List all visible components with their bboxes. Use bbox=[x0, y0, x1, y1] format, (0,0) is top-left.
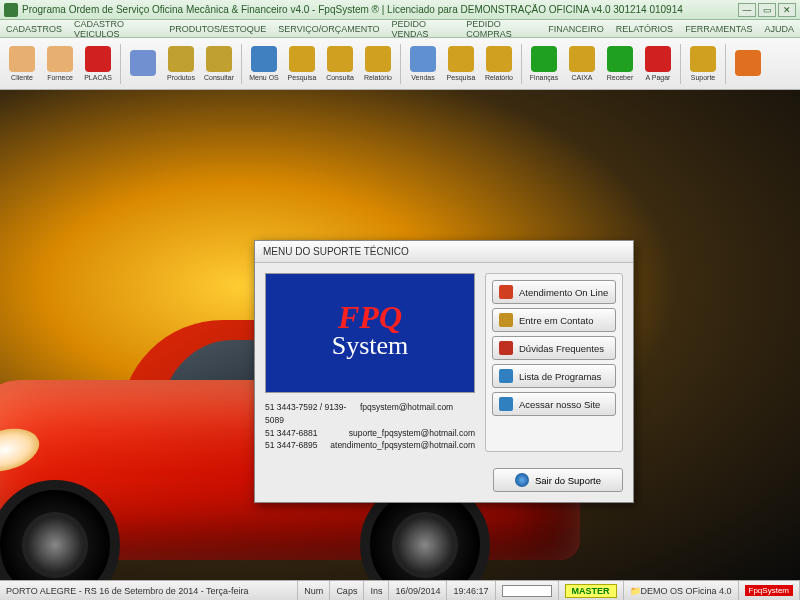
menu-pedido-compras[interactable]: PEDIDO COMPRAS bbox=[466, 19, 536, 39]
tool-icon bbox=[289, 46, 315, 72]
status-caps: Caps bbox=[330, 581, 364, 600]
contact-phone: 51 3443-7592 / 9139-5089 bbox=[265, 401, 360, 427]
tool-fornece[interactable]: Fornece bbox=[42, 41, 78, 87]
support-btn-label: Atendimento On Line bbox=[519, 287, 608, 298]
maximize-button[interactable]: ▭ bbox=[758, 3, 776, 17]
support-button-panel: Atendimento On LineEntre em ContatoDúvid… bbox=[485, 273, 623, 452]
logo-fpq-text: FPQ bbox=[338, 305, 402, 331]
status-location: PORTO ALEGRE - RS 16 de Setembro de 2014… bbox=[0, 581, 298, 600]
tool-label: Consultar bbox=[204, 74, 234, 81]
status-db: 📁 DEMO OS OFicina 4.0 bbox=[624, 581, 739, 600]
support-btn-label: Entre em Contato bbox=[519, 315, 593, 326]
tool-label: Menu OS bbox=[249, 74, 279, 81]
tool-pesquisa[interactable]: Pesquisa bbox=[284, 41, 320, 87]
menu-cadastros[interactable]: CADASTROS bbox=[6, 24, 62, 34]
status-num: Num bbox=[298, 581, 330, 600]
status-brand: FpqSystem bbox=[739, 581, 800, 600]
workspace-background: MENU DO SUPORTE TÉCNICO FPQ System 51 34… bbox=[0, 90, 800, 580]
menu-produtos-estoque[interactable]: PRODUTOS/ESTOQUE bbox=[169, 24, 266, 34]
menu-relatorios[interactable]: RELATÓRIOS bbox=[616, 24, 673, 34]
tool-label: Consulta bbox=[326, 74, 354, 81]
support-btn-dúvidas-frequentes[interactable]: Dúvidas Frequentes bbox=[492, 336, 616, 360]
tool-icon bbox=[569, 46, 595, 72]
toolbar: ClienteFornecePLACASProdutosConsultarMen… bbox=[0, 38, 800, 90]
status-ins: Ins bbox=[364, 581, 389, 600]
tool-label: Cliente bbox=[11, 74, 33, 81]
tool-label: Relatório bbox=[364, 74, 392, 81]
tool-pesquisa[interactable]: Pesquisa bbox=[443, 41, 479, 87]
contact-row: 51 3443-7592 / 9139-5089fpqsystem@hotmai… bbox=[265, 401, 475, 427]
status-bar: PORTO ALEGRE - RS 16 de Setembro de 2014… bbox=[0, 580, 800, 600]
tool-caixa[interactable]: CAIXA bbox=[564, 41, 600, 87]
tool-icon bbox=[410, 46, 436, 72]
support-dialog: MENU DO SUPORTE TÉCNICO FPQ System 51 34… bbox=[254, 240, 634, 503]
tool-icon bbox=[327, 46, 353, 72]
support-btn-label: Lista de Programas bbox=[519, 371, 601, 382]
tool-vendas[interactable]: Vendas bbox=[405, 41, 441, 87]
tool-icon bbox=[365, 46, 391, 72]
contact-phone: 51 3447-6881 bbox=[265, 427, 349, 440]
contact-email: fpqsystem@hotmail.com bbox=[360, 401, 453, 427]
status-date: 16/09/2014 bbox=[389, 581, 447, 600]
tool-label: A Pagar bbox=[646, 74, 671, 81]
support-btn-atendimento-on-line[interactable]: Atendimento On Line bbox=[492, 280, 616, 304]
tool-btn18[interactable] bbox=[730, 41, 766, 87]
app-icon bbox=[4, 3, 18, 17]
support-btn-lista-de-programas[interactable]: Lista de Programas bbox=[492, 364, 616, 388]
support-btn-acessar-nosso-site[interactable]: Acessar nosso Site bbox=[492, 392, 616, 416]
tool-consultar[interactable]: Consultar bbox=[201, 41, 237, 87]
tool-icon bbox=[486, 46, 512, 72]
support-btn-icon bbox=[499, 341, 513, 355]
tool-placas[interactable]: PLACAS bbox=[80, 41, 116, 87]
tool-consulta[interactable]: Consulta bbox=[322, 41, 358, 87]
contact-email: suporte_fpqsystem@hotmail.com bbox=[349, 427, 475, 440]
minimize-button[interactable]: — bbox=[738, 3, 756, 17]
tool-icon bbox=[47, 46, 73, 72]
support-btn-entre-em-contato[interactable]: Entre em Contato bbox=[492, 308, 616, 332]
menu-cadastro-veiculos[interactable]: CADASTRO VEICULOS bbox=[74, 19, 157, 39]
tool-cliente[interactable]: Cliente bbox=[4, 41, 40, 87]
tool-label: Suporte bbox=[691, 74, 716, 81]
menu-financeiro[interactable]: FINANCEIRO bbox=[548, 24, 604, 34]
contact-email: atendimento_fpqsystem@hotmail.com bbox=[330, 439, 475, 452]
tool-label: Vendas bbox=[411, 74, 434, 81]
menu-ajuda[interactable]: AJUDA bbox=[764, 24, 794, 34]
contact-row: 51 3447-6895atendimento_fpqsystem@hotmai… bbox=[265, 439, 475, 452]
contact-info: 51 3443-7592 / 9139-5089fpqsystem@hotmai… bbox=[265, 401, 475, 452]
menu-ferramentas[interactable]: FERRAMENTAS bbox=[685, 24, 752, 34]
status-progress bbox=[496, 581, 559, 600]
support-btn-icon bbox=[499, 313, 513, 327]
support-btn-label: Dúvidas Frequentes bbox=[519, 343, 604, 354]
tool-icon bbox=[448, 46, 474, 72]
tool-icon bbox=[206, 46, 232, 72]
tool-relatório[interactable]: Relatório bbox=[360, 41, 396, 87]
tool-icon bbox=[645, 46, 671, 72]
tool-receber[interactable]: Receber bbox=[602, 41, 638, 87]
tool-label: Fornece bbox=[47, 74, 73, 81]
tool-produtos[interactable]: Produtos bbox=[163, 41, 199, 87]
status-time: 19:46:17 bbox=[447, 581, 495, 600]
exit-support-button[interactable]: Sair do Suporte bbox=[493, 468, 623, 492]
dialog-title: MENU DO SUPORTE TÉCNICO bbox=[255, 241, 633, 263]
tool-menu os[interactable]: Menu OS bbox=[246, 41, 282, 87]
tool-relatório[interactable]: Relatório bbox=[481, 41, 517, 87]
logo-panel: FPQ System 51 3443-7592 / 9139-5089fpqsy… bbox=[265, 273, 475, 452]
menu-bar: CADASTROS CADASTRO VEICULOS PRODUTOS/EST… bbox=[0, 20, 800, 38]
exit-icon bbox=[515, 473, 529, 487]
fpq-logo: FPQ System bbox=[265, 273, 475, 393]
menu-pedido-vendas[interactable]: PEDIDO VENDAS bbox=[392, 19, 455, 39]
tool-suporte[interactable]: Suporte bbox=[685, 41, 721, 87]
tool-label: PLACAS bbox=[84, 74, 112, 81]
tool-icon bbox=[9, 46, 35, 72]
tool-icon bbox=[735, 50, 761, 76]
menu-servico-orcamento[interactable]: SERVIÇO/ORÇAMENTO bbox=[278, 24, 379, 34]
tool-a pagar[interactable]: A Pagar bbox=[640, 41, 676, 87]
support-btn-label: Acessar nosso Site bbox=[519, 399, 600, 410]
close-button[interactable]: ✕ bbox=[778, 3, 796, 17]
contact-row: 51 3447-6881suporte_fpqsystem@hotmail.co… bbox=[265, 427, 475, 440]
tool-btn3[interactable] bbox=[125, 41, 161, 87]
tool-finanças[interactable]: Finanças bbox=[526, 41, 562, 87]
window-title: Programa Ordem de Serviço Oficina Mecâni… bbox=[22, 4, 738, 15]
tool-label: CAIXA bbox=[571, 74, 592, 81]
tool-label: Pesquisa bbox=[447, 74, 476, 81]
